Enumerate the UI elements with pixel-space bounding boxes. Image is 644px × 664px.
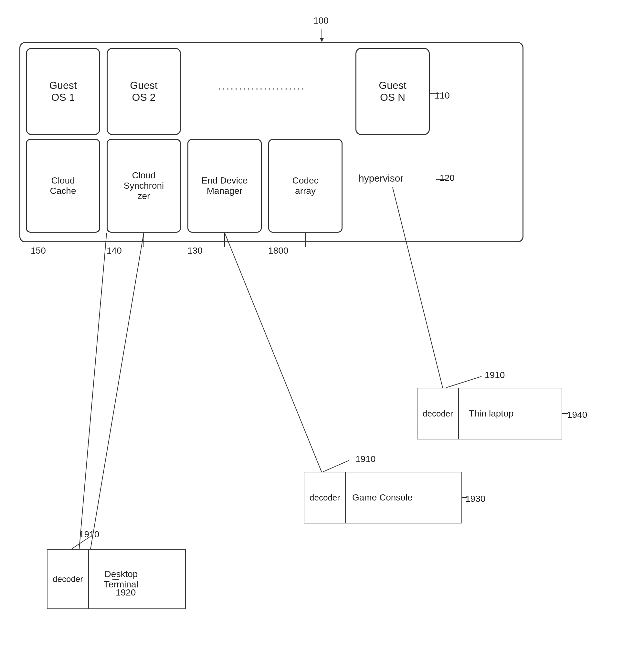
codec-array-box: Codec array	[268, 139, 342, 233]
thin-laptop-decoder: decoder	[417, 388, 459, 439]
guest-os-2-label: Guest OS 2	[130, 80, 158, 103]
cloud-cache-label: Cloud Cache	[50, 175, 76, 196]
svg-line-12	[446, 376, 481, 388]
label-1910-thin: 1910	[485, 370, 505, 380]
game-console-name: Game Console	[346, 472, 419, 523]
svg-line-9	[225, 233, 321, 472]
desktop-terminal-device: decoder Desktop Terminal	[47, 549, 186, 609]
guest-os-1-label: Guest OS 1	[49, 80, 77, 103]
svg-line-13	[323, 460, 349, 472]
label-1800: 1800	[268, 246, 288, 256]
guest-os-n-label: Guest OS N	[379, 80, 406, 103]
top-label: 100	[313, 16, 329, 26]
label-1910-game: 1910	[355, 454, 375, 464]
svg-line-10	[79, 233, 107, 549]
label-1920: 1920	[116, 587, 136, 598]
game-console-device: decoder Game Console	[304, 472, 462, 523]
cloud-sync-label: Cloud Synchroni zer	[124, 170, 164, 201]
label-1940: 1940	[567, 410, 587, 420]
cloud-cache-box: Cloud Cache	[26, 139, 100, 233]
codec-array-label: Codec array	[292, 175, 318, 196]
label-120: 120	[439, 173, 455, 183]
label-110: 110	[435, 90, 450, 101]
label-140: 140	[107, 246, 122, 256]
label-130: 130	[187, 246, 203, 256]
end-device-manager-label: End Device Manager	[201, 175, 248, 196]
cloud-sync-box: Cloud Synchroni zer	[107, 139, 181, 233]
desktop-terminal-decoder: decoder	[47, 550, 89, 608]
label-150: 150	[31, 246, 46, 256]
guest-os-2-box: Guest OS 2	[107, 48, 181, 135]
label-1910-desktop: 1910	[79, 529, 99, 540]
label-1930: 1930	[465, 494, 485, 504]
end-device-manager-box: End Device Manager	[187, 139, 262, 233]
thin-laptop-device: decoder Thin laptop	[417, 388, 562, 439]
hypervisor-label: hypervisor	[359, 173, 403, 184]
thin-laptop-name: Thin laptop	[459, 388, 523, 439]
svg-line-11	[90, 233, 144, 549]
svg-marker-1	[320, 38, 324, 42]
desktop-terminal-name: Desktop Terminal	[89, 550, 153, 608]
game-console-decoder: decoder	[305, 472, 346, 523]
guest-os-dots: .....................	[187, 80, 336, 92]
guest-os-n-box: Guest OS N	[355, 48, 430, 135]
guest-os-1-box: Guest OS 1	[26, 48, 100, 135]
